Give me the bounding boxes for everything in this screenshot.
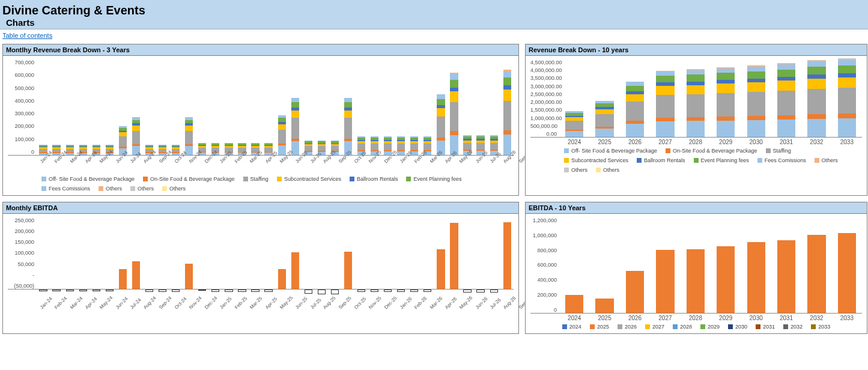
panel-title-yearly-ebitda: EBITDA - 10 Years (526, 202, 867, 214)
legend-item: Off- Site Food & Beverage Package (564, 148, 657, 154)
legend-item: 2032 (783, 324, 803, 330)
panel-title-monthly-revenue: Montlhy Revenue Break Down - 3 Years (3, 44, 518, 56)
charts-grid: Montlhy Revenue Break Down - 3 Years 010… (0, 41, 868, 336)
legend-item: 2033 (811, 324, 830, 330)
panel-monthly-ebitda: Monthly EBITDA (50,000)-50,000100,000150… (2, 202, 519, 334)
legend-item: Subcontracted Services (564, 157, 628, 163)
panel-title-monthly-ebitda: Monthly EBITDA (3, 202, 518, 214)
legend-item: Others (815, 157, 838, 163)
legend-item: Others (564, 167, 587, 173)
panel-yearly-revenue: Revenue Break Down - 10 years 0.00500,00… (525, 44, 867, 196)
legend-item: Event Planning fees (406, 176, 461, 182)
company-title: Divine Catering & Events (2, 4, 866, 17)
legend-item: Off- Site Food & Beverage Package (41, 176, 135, 182)
legend-item: Staffing (766, 148, 791, 154)
toc-link[interactable]: Table of contents (2, 32, 52, 39)
panel-monthly-revenue: Montlhy Revenue Break Down - 3 Years 010… (2, 44, 519, 196)
legend-item: Subcontracted Services (277, 176, 341, 182)
legend-item: 2028 (673, 324, 692, 330)
legend-item: Fees Comissions (757, 157, 806, 163)
legend-item: Ballroom Rentals (350, 176, 398, 182)
legend-item: 2026 (618, 324, 637, 330)
legend-item: Ballroom Rentals (637, 157, 685, 163)
legend-item: Others (130, 186, 154, 192)
legend-item: Staffing (243, 176, 269, 182)
legend-item: 2025 (590, 324, 609, 330)
legend-item: Fees Comissions (41, 186, 90, 192)
legend-item: On-Site Food & Beverage Package (666, 148, 757, 154)
legend-item: 2024 (562, 324, 581, 330)
legend-item: 2027 (645, 324, 664, 330)
panel-title-yearly-revenue: Revenue Break Down - 10 years (526, 44, 867, 56)
header: Divine Catering & Events Charts (0, 0, 868, 29)
legend-item: 2029 (700, 324, 720, 330)
page-subtitle: Charts (6, 17, 866, 28)
legend-item: Event Planning fees (694, 157, 749, 163)
toc-row: Table of contents (0, 29, 868, 41)
legend-item: Others (162, 186, 186, 192)
legend-item: On-Site Food & Beverage Package (143, 176, 235, 182)
legend-item: Others (596, 167, 619, 173)
legend-item: 2031 (756, 324, 775, 330)
panel-yearly-ebitda: EBITDA - 10 Years 0200,000400,000600,000… (525, 202, 867, 334)
legend-item: Others (99, 186, 122, 192)
legend-item: 2030 (728, 324, 747, 330)
